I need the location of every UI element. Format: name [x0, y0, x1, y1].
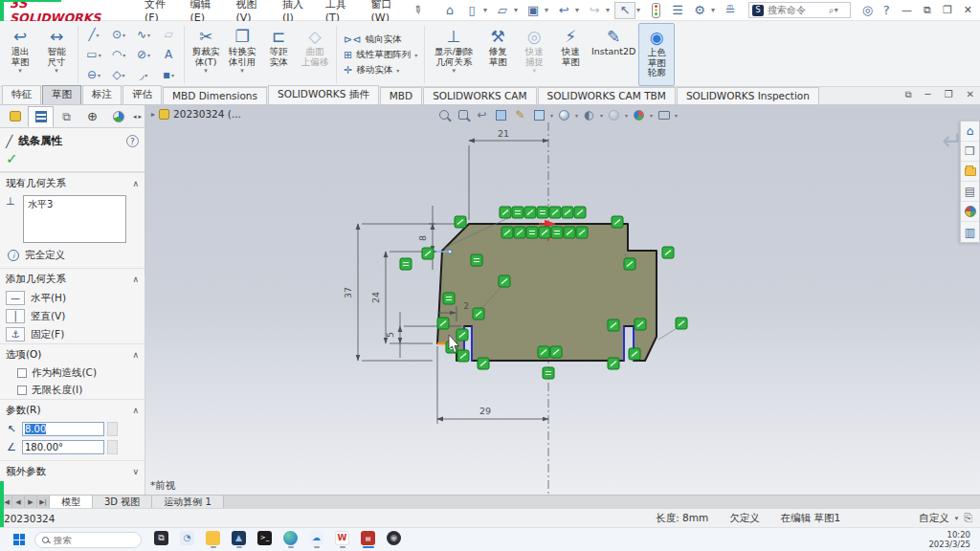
add-vertical-row[interactable]: 竖直(V)	[0, 307, 145, 325]
relation-badge-icon[interactable]	[457, 329, 468, 341]
widgets-button[interactable]	[179, 531, 195, 549]
relation-badge-icon[interactable]	[539, 227, 550, 238]
add-relations-header[interactable]: 添加几何关系	[0, 268, 145, 289]
file-explorer-button[interactable]	[205, 531, 221, 549]
tab-cam-tbm[interactable]: SOLIDWORKS CAM TBM	[538, 87, 676, 104]
task-view-button[interactable]	[153, 531, 169, 549]
relation-badge-icon[interactable]	[400, 258, 412, 270]
tab-markup[interactable]: 标注	[82, 85, 122, 104]
relation-badge-icon[interactable]	[473, 308, 484, 320]
existing-relations-header[interactable]: 现有几何关系	[0, 172, 145, 193]
relation-badge-icon[interactable]	[422, 248, 434, 259]
undo-button[interactable]	[553, 2, 574, 19]
save-button[interactable]	[523, 2, 544, 19]
point-tool[interactable]	[156, 65, 181, 85]
collapse-chevron-icon[interactable]	[132, 350, 139, 360]
restore-button[interactable]	[924, 4, 931, 16]
shaded-sketch-contours-button[interactable]: 上色 草图 轮廓	[638, 23, 675, 86]
instant2d-button[interactable]: Instant2D	[589, 23, 638, 86]
tab-prev-button[interactable]	[12, 496, 25, 508]
cloud-drive-button[interactable]	[308, 531, 324, 549]
close-button[interactable]	[964, 4, 972, 16]
move-entities-button[interactable]: 移动实体	[344, 64, 417, 77]
taskbar-search-input[interactable]	[54, 535, 121, 545]
arc-tool[interactable]	[106, 45, 131, 65]
status-units[interactable]: 自定义	[919, 512, 949, 525]
relation-badge-icon[interactable]	[543, 367, 554, 379]
relation-badge-icon[interactable]	[443, 293, 455, 304]
relation-badge-icon[interactable]	[574, 207, 586, 218]
wps-office-button[interactable]	[334, 531, 350, 549]
relation-badge-icon[interactable]	[471, 254, 482, 266]
status-edit-icon[interactable]	[964, 512, 972, 524]
slot-tool[interactable]	[81, 65, 106, 85]
extra-parameters-header[interactable]: 额外参数	[0, 460, 145, 481]
motion-study-tab[interactable]: 运动算例 1	[152, 496, 224, 508]
pin-menu-icon[interactable]	[411, 3, 425, 18]
expand-chevron-icon[interactable]	[132, 467, 139, 476]
relation-badge-icon[interactable]	[512, 207, 523, 218]
polygon-tool[interactable]	[106, 65, 131, 85]
quick-sketch-button[interactable]: 快速 草图	[552, 23, 589, 86]
command-search-input[interactable]	[768, 5, 829, 15]
dimension-label[interactable]: 37	[343, 287, 353, 298]
tab-mbd-dimensions[interactable]: MBD Dimensions	[163, 87, 267, 104]
photos-app-button[interactable]	[231, 531, 247, 549]
exit-sketch-button[interactable]: 退出 草图	[2, 23, 38, 86]
media-app-button[interactable]	[386, 531, 402, 549]
tab-sketch[interactable]: 草图	[42, 85, 81, 104]
angle-spinner[interactable]	[107, 440, 118, 454]
options-header[interactable]: 选项(O)	[0, 343, 145, 364]
confirm-checkmark-icon[interactable]	[0, 150, 145, 172]
tab-evaluate[interactable]: 评估	[122, 85, 162, 104]
taskbar-search[interactable]	[34, 532, 142, 548]
collapse-chevron-icon[interactable]	[132, 179, 139, 188]
options-list-button[interactable]	[667, 2, 688, 19]
command-search[interactable]: S	[748, 2, 851, 18]
select-tool-button[interactable]	[614, 2, 635, 19]
start-button[interactable]	[13, 534, 25, 545]
solidworks-app-button[interactable]	[360, 531, 376, 549]
relation-badge-icon[interactable]	[499, 276, 510, 287]
relation-badge-icon[interactable]	[526, 227, 538, 238]
terminal-button[interactable]	[256, 531, 273, 549]
settings-dropdown[interactable]	[711, 6, 719, 14]
relation-badge-icon[interactable]	[629, 348, 640, 360]
relation-badge-icon[interactable]	[576, 227, 588, 238]
angle-field[interactable]: 180.00°	[22, 440, 104, 454]
account-button[interactable]	[858, 2, 878, 19]
select-dropdown[interactable]	[636, 6, 644, 14]
relation-badge-icon[interactable]	[635, 319, 646, 330]
doc-close-icon[interactable]	[967, 89, 974, 100]
text-tool[interactable]	[156, 45, 181, 65]
relation-badge-icon[interactable]	[608, 320, 619, 331]
save-dropdown[interactable]	[545, 6, 552, 14]
doc-minimize-icon[interactable]	[925, 89, 931, 100]
infinite-length-option[interactable]: 无限长度(I)	[0, 382, 145, 399]
home-button[interactable]	[439, 2, 460, 19]
relation-badge-icon[interactable]	[457, 350, 469, 362]
configuration-manager-tab[interactable]	[54, 106, 79, 127]
tab-mbd[interactable]: MBD	[380, 87, 422, 104]
help-button[interactable]	[877, 2, 896, 19]
sketch-canvas[interactable]: 21 8 37 24	[145, 105, 980, 495]
new-dropdown[interactable]	[483, 6, 491, 14]
relation-badge-icon[interactable]	[437, 318, 449, 329]
relation-badge-icon[interactable]	[514, 227, 525, 238]
dimension-label[interactable]: 8	[417, 235, 428, 241]
minimize-button[interactable]	[902, 4, 912, 16]
maximize-button[interactable]	[943, 4, 952, 16]
relation-badge-icon[interactable]	[549, 207, 561, 218]
add-fix-row[interactable]: 固定(F)	[0, 325, 145, 343]
offset-entities-button[interactable]: 等距 实体	[260, 23, 297, 86]
relation-badge-icon[interactable]	[676, 318, 687, 329]
panel-tab-scroll-arrows[interactable]	[133, 113, 145, 121]
collapse-chevron-icon[interactable]	[132, 406, 139, 415]
ellipse-tool[interactable]	[131, 45, 156, 65]
open-button[interactable]	[492, 2, 513, 19]
line-endpoint[interactable]	[448, 250, 452, 253]
units-dropdown-icon[interactable]	[955, 515, 959, 522]
relation-badge-icon[interactable]	[455, 216, 466, 228]
circle-tool[interactable]	[106, 25, 131, 45]
feature-manager-tab[interactable]	[2, 106, 28, 127]
